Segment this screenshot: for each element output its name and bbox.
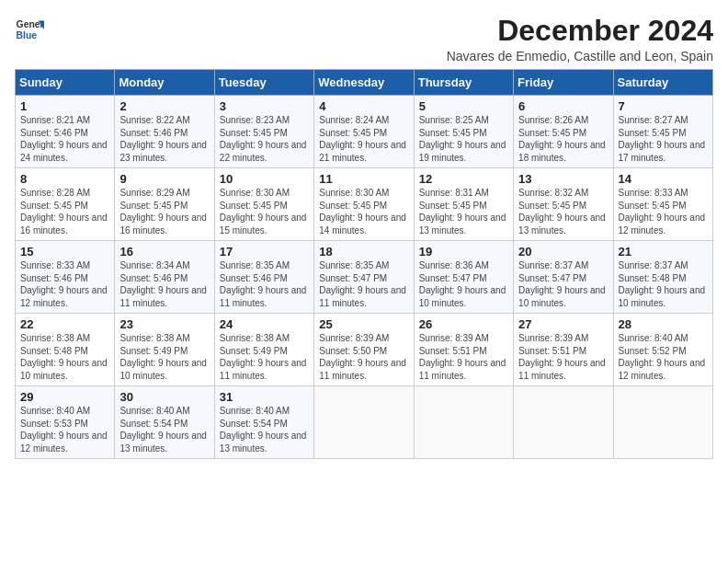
col-tuesday: Tuesday bbox=[214, 70, 313, 96]
day-number: 7 bbox=[619, 99, 708, 113]
empty-cell bbox=[314, 386, 414, 459]
day-number: 23 bbox=[119, 317, 209, 331]
day-info: Sunrise: 8:26 AMSunset: 5:45 PMDaylight:… bbox=[518, 114, 608, 164]
day-info: Sunrise: 8:21 AMSunset: 5:46 PMDaylight:… bbox=[20, 114, 109, 164]
day-info: Sunrise: 8:40 AMSunset: 5:54 PMDaylight:… bbox=[220, 405, 309, 454]
empty-cell bbox=[613, 386, 712, 459]
day-cell-9: 9Sunrise: 8:29 AMSunset: 5:45 PMDaylight… bbox=[115, 168, 214, 241]
day-cell-18: 18Sunrise: 8:35 AMSunset: 5:47 PMDayligh… bbox=[314, 241, 414, 314]
day-number: 16 bbox=[119, 245, 209, 259]
day-number: 21 bbox=[619, 245, 708, 259]
day-number: 5 bbox=[419, 99, 508, 113]
day-info: Sunrise: 8:40 AMSunset: 5:52 PMDaylight:… bbox=[619, 332, 708, 382]
day-info: Sunrise: 8:35 AMSunset: 5:46 PMDaylight:… bbox=[220, 259, 309, 309]
day-cell-3: 3Sunrise: 8:23 AMSunset: 5:45 PMDaylight… bbox=[214, 96, 313, 168]
day-number: 19 bbox=[419, 245, 508, 259]
day-number: 9 bbox=[119, 172, 209, 186]
location-title: Navares de Enmedio, Castille and Leon, S… bbox=[447, 49, 713, 63]
calendar-table: Sunday Monday Tuesday Wednesday Thursday… bbox=[15, 69, 713, 459]
day-number: 8 bbox=[20, 172, 109, 186]
col-friday: Friday bbox=[514, 70, 613, 96]
day-cell-20: 20Sunrise: 8:37 AMSunset: 5:47 PMDayligh… bbox=[514, 241, 613, 314]
month-title: December 2024 bbox=[447, 15, 713, 47]
col-monday: Monday bbox=[115, 70, 214, 96]
day-number: 30 bbox=[119, 390, 209, 404]
day-cell-24: 24Sunrise: 8:38 AMSunset: 5:49 PMDayligh… bbox=[214, 314, 313, 386]
table-row: 29Sunrise: 8:40 AMSunset: 5:53 PMDayligh… bbox=[16, 386, 713, 459]
day-number: 31 bbox=[220, 390, 309, 404]
day-info: Sunrise: 8:36 AMSunset: 5:47 PMDaylight:… bbox=[419, 259, 508, 309]
empty-cell bbox=[414, 386, 513, 459]
day-info: Sunrise: 8:30 AMSunset: 5:45 PMDaylight:… bbox=[220, 187, 309, 236]
day-info: Sunrise: 8:28 AMSunset: 5:45 PMDaylight:… bbox=[20, 187, 109, 236]
day-cell-17: 17Sunrise: 8:35 AMSunset: 5:46 PMDayligh… bbox=[214, 241, 313, 314]
day-number: 29 bbox=[20, 390, 109, 404]
day-info: Sunrise: 8:35 AMSunset: 5:47 PMDaylight:… bbox=[319, 259, 408, 309]
day-info: Sunrise: 8:33 AMSunset: 5:45 PMDaylight:… bbox=[619, 187, 708, 236]
day-info: Sunrise: 8:40 AMSunset: 5:54 PMDaylight:… bbox=[119, 405, 209, 454]
day-info: Sunrise: 8:33 AMSunset: 5:46 PMDaylight:… bbox=[20, 259, 109, 309]
day-info: Sunrise: 8:34 AMSunset: 5:46 PMDaylight:… bbox=[119, 259, 209, 309]
day-number: 25 bbox=[319, 317, 408, 331]
table-row: 22Sunrise: 8:38 AMSunset: 5:48 PMDayligh… bbox=[16, 314, 713, 386]
day-cell-4: 4Sunrise: 8:24 AMSunset: 5:45 PMDaylight… bbox=[314, 96, 414, 168]
day-cell-14: 14Sunrise: 8:33 AMSunset: 5:45 PMDayligh… bbox=[613, 168, 712, 241]
day-number: 20 bbox=[518, 245, 608, 259]
day-info: Sunrise: 8:39 AMSunset: 5:51 PMDaylight:… bbox=[419, 332, 508, 382]
day-number: 10 bbox=[220, 172, 309, 186]
col-saturday: Saturday bbox=[613, 70, 712, 96]
day-cell-5: 5Sunrise: 8:25 AMSunset: 5:45 PMDaylight… bbox=[414, 96, 513, 168]
logo-icon: General Blue bbox=[15, 15, 44, 44]
day-info: Sunrise: 8:39 AMSunset: 5:51 PMDaylight:… bbox=[518, 332, 608, 382]
col-thursday: Thursday bbox=[414, 70, 513, 96]
day-cell-30: 30Sunrise: 8:40 AMSunset: 5:54 PMDayligh… bbox=[115, 386, 214, 459]
empty-cell bbox=[514, 386, 613, 459]
day-info: Sunrise: 8:32 AMSunset: 5:45 PMDaylight:… bbox=[518, 187, 608, 236]
day-cell-25: 25Sunrise: 8:39 AMSunset: 5:50 PMDayligh… bbox=[314, 314, 414, 386]
day-cell-28: 28Sunrise: 8:40 AMSunset: 5:52 PMDayligh… bbox=[613, 314, 712, 386]
day-number: 18 bbox=[319, 245, 408, 259]
day-info: Sunrise: 8:25 AMSunset: 5:45 PMDaylight:… bbox=[419, 114, 508, 164]
day-cell-26: 26Sunrise: 8:39 AMSunset: 5:51 PMDayligh… bbox=[414, 314, 513, 386]
day-cell-31: 31Sunrise: 8:40 AMSunset: 5:54 PMDayligh… bbox=[214, 386, 313, 459]
svg-text:Blue: Blue bbox=[17, 30, 38, 40]
day-cell-12: 12Sunrise: 8:31 AMSunset: 5:45 PMDayligh… bbox=[414, 168, 513, 241]
day-number: 12 bbox=[419, 172, 508, 186]
day-number: 24 bbox=[220, 317, 309, 331]
day-info: Sunrise: 8:24 AMSunset: 5:45 PMDaylight:… bbox=[319, 114, 408, 164]
day-info: Sunrise: 8:31 AMSunset: 5:45 PMDaylight:… bbox=[419, 187, 508, 236]
day-cell-22: 22Sunrise: 8:38 AMSunset: 5:48 PMDayligh… bbox=[16, 314, 115, 386]
day-cell-6: 6Sunrise: 8:26 AMSunset: 5:45 PMDaylight… bbox=[514, 96, 613, 168]
day-info: Sunrise: 8:27 AMSunset: 5:45 PMDaylight:… bbox=[619, 114, 708, 164]
day-cell-7: 7Sunrise: 8:27 AMSunset: 5:45 PMDaylight… bbox=[613, 96, 712, 168]
page-header: General Blue December 2024 Navares de En… bbox=[15, 15, 713, 63]
table-row: 1Sunrise: 8:21 AMSunset: 5:46 PMDaylight… bbox=[16, 96, 713, 168]
day-number: 15 bbox=[20, 245, 109, 259]
day-cell-11: 11Sunrise: 8:30 AMSunset: 5:45 PMDayligh… bbox=[314, 168, 414, 241]
day-number: 3 bbox=[220, 99, 309, 113]
day-number: 11 bbox=[319, 172, 408, 186]
day-cell-10: 10Sunrise: 8:30 AMSunset: 5:45 PMDayligh… bbox=[214, 168, 313, 241]
day-cell-29: 29Sunrise: 8:40 AMSunset: 5:53 PMDayligh… bbox=[16, 386, 115, 459]
title-block: December 2024 Navares de Enmedio, Castil… bbox=[447, 15, 713, 63]
day-cell-23: 23Sunrise: 8:38 AMSunset: 5:49 PMDayligh… bbox=[115, 314, 214, 386]
day-number: 26 bbox=[419, 317, 508, 331]
day-info: Sunrise: 8:37 AMSunset: 5:47 PMDaylight:… bbox=[518, 259, 608, 309]
day-info: Sunrise: 8:38 AMSunset: 5:49 PMDaylight:… bbox=[220, 332, 309, 382]
day-cell-2: 2Sunrise: 8:22 AMSunset: 5:46 PMDaylight… bbox=[115, 96, 214, 168]
day-info: Sunrise: 8:39 AMSunset: 5:50 PMDaylight:… bbox=[319, 332, 408, 382]
table-row: 8Sunrise: 8:28 AMSunset: 5:45 PMDaylight… bbox=[16, 168, 713, 241]
day-cell-16: 16Sunrise: 8:34 AMSunset: 5:46 PMDayligh… bbox=[115, 241, 214, 314]
day-cell-8: 8Sunrise: 8:28 AMSunset: 5:45 PMDaylight… bbox=[16, 168, 115, 241]
table-row: 15Sunrise: 8:33 AMSunset: 5:46 PMDayligh… bbox=[16, 241, 713, 314]
day-cell-13: 13Sunrise: 8:32 AMSunset: 5:45 PMDayligh… bbox=[514, 168, 613, 241]
day-number: 2 bbox=[119, 99, 209, 113]
day-cell-19: 19Sunrise: 8:36 AMSunset: 5:47 PMDayligh… bbox=[414, 241, 513, 314]
day-number: 27 bbox=[518, 317, 608, 331]
day-info: Sunrise: 8:22 AMSunset: 5:46 PMDaylight:… bbox=[119, 114, 209, 164]
day-cell-1: 1Sunrise: 8:21 AMSunset: 5:46 PMDaylight… bbox=[16, 96, 115, 168]
day-info: Sunrise: 8:40 AMSunset: 5:53 PMDaylight:… bbox=[20, 405, 109, 454]
day-number: 6 bbox=[518, 99, 608, 113]
day-info: Sunrise: 8:30 AMSunset: 5:45 PMDaylight:… bbox=[319, 187, 408, 236]
day-cell-15: 15Sunrise: 8:33 AMSunset: 5:46 PMDayligh… bbox=[16, 241, 115, 314]
